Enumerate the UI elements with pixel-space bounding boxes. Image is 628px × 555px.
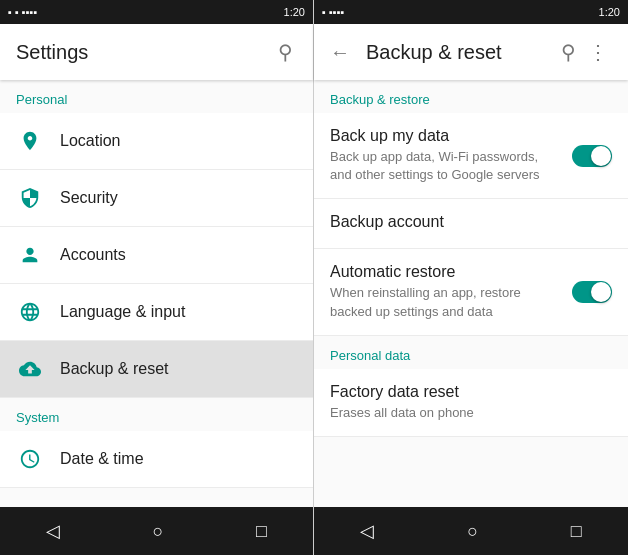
security-icon: [16, 184, 44, 212]
status-icons-left: ▪ ▪ ▪▪▪▪: [8, 6, 37, 18]
auto-restore-text: Automatic restore When reinstalling an a…: [330, 263, 560, 320]
settings-list: Personal Location Security: [0, 80, 313, 507]
backup-title: Backup & reset: [366, 41, 557, 64]
location-content: Location: [60, 132, 297, 150]
location-icon: [16, 127, 44, 155]
nav-bar-right: ◁ ○ □: [314, 507, 628, 555]
security-label: Security: [60, 189, 297, 207]
section-personal-data: Personal data: [314, 336, 628, 369]
status-bar-right: ▪ ▪▪▪▪ 1:20: [314, 0, 628, 24]
datetime-content: Date & time: [60, 450, 297, 468]
settings-item-security[interactable]: Security: [0, 170, 313, 227]
settings-item-location[interactable]: Location: [0, 113, 313, 170]
backup-list: Backup & restore Back up my data Back up…: [314, 80, 628, 507]
wifi-icon-right: ▪▪▪▪: [329, 6, 345, 18]
home-button-right[interactable]: ○: [447, 513, 498, 550]
security-content: Security: [60, 189, 297, 207]
language-icon: [16, 298, 44, 326]
factory-reset-text: Factory data reset Erases all data on ph…: [330, 383, 612, 422]
status-time-left: 1:20: [284, 6, 305, 18]
section-backup-restore: Backup & restore: [314, 80, 628, 113]
settings-item-accounts[interactable]: Accounts: [0, 227, 313, 284]
backup-data-item[interactable]: Back up my data Back up app data, Wi-Fi …: [314, 113, 628, 199]
settings-item-language[interactable]: Language & input: [0, 284, 313, 341]
backup-toolbar: ← Backup & reset ⚲ ⋮: [314, 24, 628, 80]
language-label: Language & input: [60, 303, 297, 321]
backup-label: Backup & reset: [60, 360, 297, 378]
nav-bar-left: ◁ ○ □: [0, 507, 313, 555]
toggle-knob-restore: [591, 282, 611, 302]
auto-restore-title: Automatic restore: [330, 263, 560, 281]
factory-reset-item[interactable]: Factory data reset Erases all data on ph…: [314, 369, 628, 437]
home-button-left[interactable]: ○: [133, 513, 184, 550]
status-icons-right: ▪ ▪▪▪▪: [322, 6, 345, 18]
datetime-label: Date & time: [60, 450, 297, 468]
status-bar-left: ▪ ▪ ▪▪▪▪ 1:20: [0, 0, 313, 24]
settings-title: Settings: [16, 41, 274, 64]
backup-content: Backup & reset: [60, 360, 297, 378]
recent-button-left[interactable]: □: [236, 513, 287, 550]
settings-toolbar: Settings ⚲: [0, 24, 313, 80]
backup-data-toggle[interactable]: [572, 145, 612, 167]
toggle-knob: [591, 146, 611, 166]
language-content: Language & input: [60, 303, 297, 321]
recent-button-right[interactable]: □: [551, 513, 602, 550]
auto-restore-toggle[interactable]: [572, 281, 612, 303]
clock-icon: [16, 445, 44, 473]
factory-reset-title: Factory data reset: [330, 383, 612, 401]
back-button-left[interactable]: ◁: [26, 512, 80, 550]
location-label: Location: [60, 132, 297, 150]
backup-data-text: Back up my data Back up app data, Wi-Fi …: [330, 127, 560, 184]
notification-icons: ▪▪▪▪: [22, 6, 38, 18]
more-icon[interactable]: ⋮: [584, 36, 612, 68]
search-icon-right[interactable]: ⚲: [557, 36, 580, 68]
backup-data-title: Back up my data: [330, 127, 560, 145]
factory-reset-subtitle: Erases all data on phone: [330, 404, 612, 422]
settings-item-backup[interactable]: Backup & reset: [0, 341, 313, 398]
backup-account-title: Backup account: [330, 213, 612, 231]
sim-icon-right: ▪: [322, 6, 326, 18]
settings-panel: ▪ ▪ ▪▪▪▪ 1:20 Settings ⚲ Personal Locati…: [0, 0, 314, 555]
search-icon[interactable]: ⚲: [274, 36, 297, 68]
wifi-icon: ▪: [15, 6, 19, 18]
back-button-right[interactable]: ◁: [340, 512, 394, 550]
auto-restore-subtitle: When reinstalling an app, restore backed…: [330, 284, 560, 320]
backup-icon: [16, 355, 44, 383]
backup-account-item[interactable]: Backup account: [314, 199, 628, 249]
settings-item-datetime[interactable]: Date & time: [0, 431, 313, 488]
back-arrow-icon[interactable]: ←: [330, 41, 350, 64]
backup-account-text: Backup account: [330, 213, 612, 234]
section-system: System: [0, 398, 313, 431]
backup-data-subtitle: Back up app data, Wi-Fi passwords, and o…: [330, 148, 560, 184]
accounts-content: Accounts: [60, 246, 297, 264]
backup-reset-panel: ▪ ▪▪▪▪ 1:20 ← Backup & reset ⚲ ⋮ Backup …: [314, 0, 628, 555]
accounts-label: Accounts: [60, 246, 297, 264]
auto-restore-item[interactable]: Automatic restore When reinstalling an a…: [314, 249, 628, 335]
section-personal: Personal: [0, 80, 313, 113]
sim-icon: ▪: [8, 6, 12, 18]
status-time-right: 1:20: [599, 6, 620, 18]
accounts-icon: [16, 241, 44, 269]
